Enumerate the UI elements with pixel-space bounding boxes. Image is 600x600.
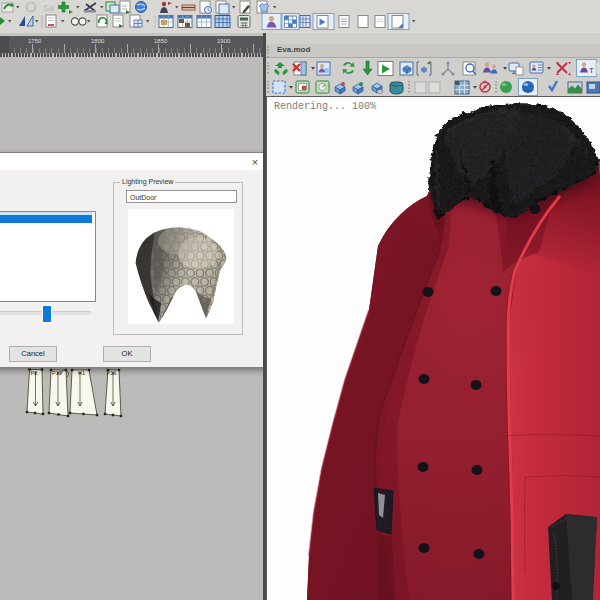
- svg-text:Sa: Sa: [43, 3, 54, 13]
- svg-text:T: T: [589, 66, 594, 75]
- svg-text:P2: P2: [31, 370, 38, 376]
- svg-text:P15: P15: [52, 370, 62, 376]
- svg-text:P16: P16: [107, 370, 117, 376]
- svg-text:H1: H1: [78, 370, 85, 376]
